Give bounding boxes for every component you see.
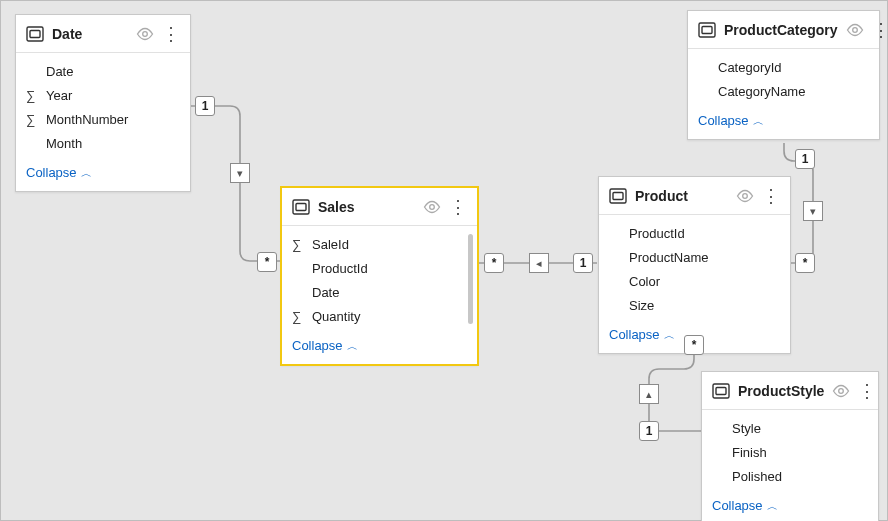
chevron-up-icon: ︿ <box>767 500 778 512</box>
sigma-icon: ∑ <box>292 237 312 252</box>
svg-point-11 <box>852 27 857 32</box>
table-productcategory[interactable]: ProductCategory ⋮ CategoryId CategoryNam… <box>687 10 880 140</box>
chevron-up-icon: ︿ <box>664 329 675 341</box>
field-row[interactable]: ProductId <box>282 256 477 280</box>
collapse-button[interactable]: Collapse︿ <box>16 157 190 191</box>
field-list: ∑SaleId ProductId Date ∑Quantity <box>282 226 477 330</box>
table-title: ProductStyle <box>738 383 824 399</box>
field-list: Style Finish Polished <box>702 410 878 490</box>
field-row[interactable]: ∑MonthNumber <box>16 107 190 131</box>
table-header[interactable]: Product ⋮ <box>599 177 790 215</box>
table-date[interactable]: Date ⋮ Date ∑Year ∑MonthNumber Month Col… <box>15 14 191 192</box>
svg-rect-4 <box>296 203 306 210</box>
field-row[interactable]: Date <box>282 280 477 304</box>
more-options-icon[interactable]: ⋮ <box>858 382 876 400</box>
field-row[interactable]: CategoryName <box>688 79 879 103</box>
collapse-button[interactable]: Collapse︿ <box>702 490 878 521</box>
table-title: Product <box>635 188 728 204</box>
filter-direction-icon: ▾ <box>230 163 250 183</box>
sigma-icon: ∑ <box>292 309 312 324</box>
cardinality-many: * <box>257 252 277 272</box>
svg-rect-1 <box>30 30 40 37</box>
table-title: Date <box>52 26 128 42</box>
field-row[interactable]: Date <box>16 59 190 83</box>
field-row[interactable]: Color <box>599 269 790 293</box>
more-options-icon[interactable]: ⋮ <box>162 25 180 43</box>
collapse-button[interactable]: Collapse︿ <box>688 105 879 139</box>
svg-point-14 <box>839 388 844 393</box>
table-icon <box>712 382 730 400</box>
more-options-icon[interactable]: ⋮ <box>449 198 467 216</box>
field-row[interactable]: Style <box>702 416 878 440</box>
cardinality-one: 1 <box>573 253 593 273</box>
field-list: Date ∑Year ∑MonthNumber Month <box>16 53 190 157</box>
table-productstyle[interactable]: ProductStyle ⋮ Style Finish Polished Col… <box>701 371 879 521</box>
scrollbar[interactable] <box>468 234 473 324</box>
cardinality-one: 1 <box>639 421 659 441</box>
table-title: Sales <box>318 199 415 215</box>
table-icon <box>698 21 716 39</box>
svg-rect-10 <box>702 26 712 33</box>
field-row[interactable]: Month <box>16 131 190 155</box>
svg-point-2 <box>143 31 148 36</box>
chevron-up-icon: ︿ <box>347 340 358 352</box>
filter-direction-icon: ▴ <box>639 384 659 404</box>
table-icon <box>609 187 627 205</box>
field-row[interactable]: Polished <box>702 464 878 488</box>
sigma-icon: ∑ <box>26 88 46 103</box>
field-row[interactable]: ProductId <box>599 221 790 245</box>
visibility-icon[interactable] <box>136 25 154 43</box>
field-row[interactable]: ∑Quantity <box>282 304 477 328</box>
svg-point-5 <box>430 204 435 209</box>
field-row[interactable]: Finish <box>702 440 878 464</box>
chevron-up-icon: ︿ <box>753 115 764 127</box>
more-options-icon[interactable]: ⋮ <box>762 187 780 205</box>
table-title: ProductCategory <box>724 22 838 38</box>
cardinality-many: * <box>795 253 815 273</box>
more-options-icon[interactable]: ⋮ <box>872 21 888 39</box>
field-row[interactable]: ∑SaleId <box>282 232 477 256</box>
visibility-icon[interactable] <box>846 21 864 39</box>
field-row[interactable]: ProductName <box>599 245 790 269</box>
svg-rect-7 <box>613 192 623 199</box>
visibility-icon[interactable] <box>736 187 754 205</box>
visibility-icon[interactable] <box>832 382 850 400</box>
table-icon <box>26 25 44 43</box>
sigma-icon: ∑ <box>26 112 46 127</box>
svg-point-8 <box>743 193 748 198</box>
visibility-icon[interactable] <box>423 198 441 216</box>
table-icon <box>292 198 310 216</box>
cardinality-many: * <box>684 335 704 355</box>
table-header[interactable]: ProductCategory ⋮ <box>688 11 879 49</box>
filter-direction-icon: ▾ <box>803 201 823 221</box>
table-product[interactable]: Product ⋮ ProductId ProductName Color Si… <box>598 176 791 354</box>
cardinality-many: * <box>484 253 504 273</box>
field-list: ProductId ProductName Color Size <box>599 215 790 319</box>
field-row[interactable]: CategoryId <box>688 55 879 79</box>
cardinality-one: 1 <box>195 96 215 116</box>
model-canvas[interactable]: Date ⋮ Date ∑Year ∑MonthNumber Month Col… <box>0 0 888 521</box>
field-list: CategoryId CategoryName <box>688 49 879 105</box>
table-sales[interactable]: Sales ⋮ ∑SaleId ProductId Date ∑Quantity… <box>281 187 478 365</box>
table-header[interactable]: ProductStyle ⋮ <box>702 372 878 410</box>
chevron-up-icon: ︿ <box>81 167 92 179</box>
field-row[interactable]: Size <box>599 293 790 317</box>
svg-rect-13 <box>716 387 726 394</box>
collapse-button[interactable]: Collapse︿ <box>282 330 477 364</box>
field-row[interactable]: ∑Year <box>16 83 190 107</box>
filter-direction-icon: ◂ <box>529 253 549 273</box>
table-header[interactable]: Date ⋮ <box>16 15 190 53</box>
cardinality-one: 1 <box>795 149 815 169</box>
table-header[interactable]: Sales ⋮ <box>282 188 477 226</box>
